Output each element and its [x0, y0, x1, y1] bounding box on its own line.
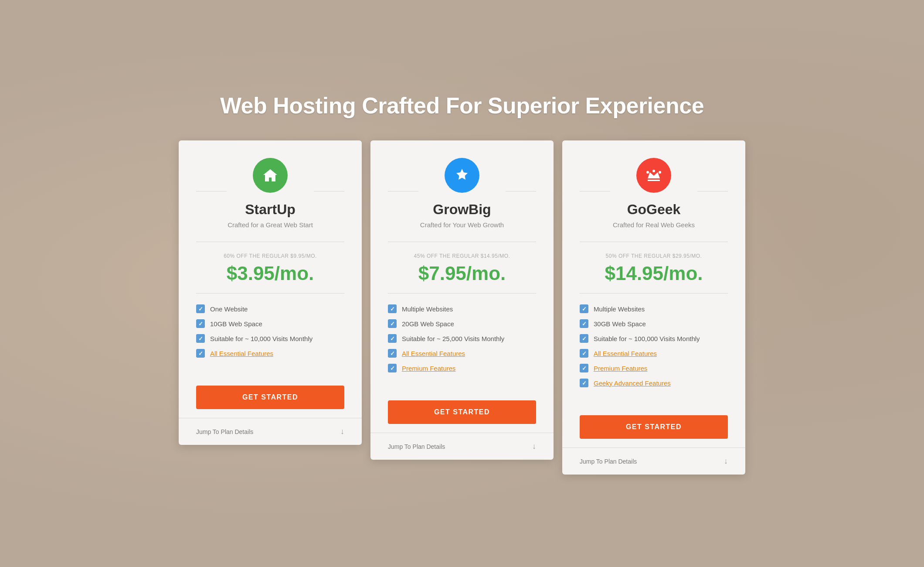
- plan-card-growbig: GrowBig Crafted for Your Web Growth 45% …: [370, 140, 554, 460]
- plan-name: GrowBig: [388, 202, 536, 218]
- plan-price: $7.95/mo.: [388, 263, 536, 284]
- feature-text-1: 30GB Web Space: [594, 320, 646, 328]
- plan-price-divider: [580, 293, 728, 294]
- feature-checkbox: [580, 364, 588, 372]
- feature-text-2: Suitable for ~ 100,000 Visits Monthly: [594, 335, 700, 342]
- plan-cta-section: GET STARTED: [562, 406, 745, 439]
- jump-to-plan[interactable]: Jump To Plan Details ↓: [179, 418, 362, 445]
- feature-checkbox: [196, 304, 205, 313]
- feature-checkbox: [580, 319, 588, 328]
- plan-discount: 45% OFF THE REGULAR $14.95/MO.: [388, 253, 536, 259]
- plan-features: Multiple Websites 30GB Web Space Suitabl…: [562, 304, 745, 406]
- feature-checkbox: [196, 319, 205, 328]
- jump-down-arrow-icon: ↓: [724, 457, 728, 466]
- feature-item: All Essential Features: [388, 349, 536, 358]
- feature-checkbox: [388, 334, 397, 343]
- plans-container: StartUp Crafted for a Great Web Start 60…: [157, 140, 767, 475]
- jump-to-plan[interactable]: Jump To Plan Details ↓: [370, 433, 554, 460]
- feature-checkbox: [580, 304, 588, 313]
- star-icon: [445, 158, 479, 193]
- feature-text-0: One Website: [210, 305, 248, 313]
- feature-checkbox: [388, 364, 397, 372]
- feature-item: Suitable for ~ 10,000 Visits Monthly: [196, 334, 344, 343]
- jump-to-plan[interactable]: Jump To Plan Details ↓: [562, 447, 745, 475]
- feature-checkbox: [388, 304, 397, 313]
- feature-text-2: Suitable for ~ 10,000 Visits Monthly: [210, 335, 313, 342]
- feature-item: 10GB Web Space: [196, 319, 344, 328]
- plan-pricing: 45% OFF THE REGULAR $14.95/MO. $7.95/mo.: [370, 242, 554, 293]
- plan-features: One Website 10GB Web Space Suitable for …: [179, 304, 362, 377]
- feature-item: Suitable for ~ 100,000 Visits Monthly: [580, 334, 728, 343]
- plan-header: GoGeek Crafted for Real Web Geeks: [562, 140, 745, 242]
- svg-point-1: [652, 170, 655, 172]
- feature-item: Premium Features: [580, 364, 728, 372]
- feature-text-2: Suitable for ~ 25,000 Visits Monthly: [402, 335, 504, 342]
- feature-item: Multiple Websites: [580, 304, 728, 313]
- plan-header: GrowBig Crafted for Your Web Growth: [370, 140, 554, 242]
- plan-card-gogeek: GoGeek Crafted for Real Web Geeks 50% OF…: [562, 140, 745, 475]
- feature-item: One Website: [196, 304, 344, 313]
- svg-point-2: [659, 171, 661, 174]
- get-started-button[interactable]: GET STARTED: [196, 386, 344, 409]
- plan-features: Multiple Websites 20GB Web Space Suitabl…: [370, 304, 554, 392]
- plan-pricing: 60% OFF THE REGULAR $9.95/MO. $3.95/mo.: [179, 242, 362, 293]
- plan-discount: 50% OFF THE REGULAR $29.95/MO.: [580, 253, 728, 259]
- plan-tagline: Crafted for a Great Web Start: [196, 221, 344, 229]
- feature-checkbox: [580, 334, 588, 343]
- jump-down-arrow-icon: ↓: [532, 442, 536, 451]
- plan-price: $3.95/mo.: [196, 263, 344, 284]
- feature-checkbox: [196, 334, 205, 343]
- plan-tagline: Crafted for Real Web Geeks: [580, 221, 728, 229]
- jump-to-plan-label: Jump To Plan Details: [388, 443, 445, 450]
- plan-discount: 60% OFF THE REGULAR $9.95/MO.: [196, 253, 344, 259]
- plan-cta-section: GET STARTED: [370, 392, 554, 424]
- feature-checkbox: [580, 349, 588, 358]
- feature-checkbox: [580, 379, 588, 387]
- feature-item: All Essential Features: [580, 349, 728, 358]
- crown-icon: [636, 158, 671, 193]
- feature-link-5[interactable]: Geeky Advanced Features: [594, 379, 671, 387]
- get-started-button[interactable]: GET STARTED: [580, 415, 728, 439]
- feature-item: Geeky Advanced Features: [580, 379, 728, 387]
- get-started-button[interactable]: GET STARTED: [388, 400, 536, 424]
- feature-text-0: Multiple Websites: [402, 305, 453, 313]
- svg-point-0: [646, 171, 649, 174]
- plan-tagline: Crafted for Your Web Growth: [388, 221, 536, 229]
- feature-checkbox: [388, 349, 397, 358]
- feature-item: Premium Features: [388, 364, 536, 372]
- plan-cta-section: GET STARTED: [179, 377, 362, 409]
- plan-card-startup: StartUp Crafted for a Great Web Start 60…: [179, 140, 362, 445]
- feature-link-4[interactable]: Premium Features: [402, 365, 455, 372]
- plan-header: StartUp Crafted for a Great Web Start: [179, 140, 362, 242]
- home-icon: [253, 158, 288, 193]
- feature-text-1: 20GB Web Space: [402, 320, 454, 328]
- plan-price-divider: [196, 293, 344, 294]
- plan-name: GoGeek: [580, 202, 728, 218]
- feature-item: Multiple Websites: [388, 304, 536, 313]
- plan-price: $14.95/mo.: [580, 263, 728, 284]
- jump-to-plan-label: Jump To Plan Details: [196, 428, 253, 435]
- feature-link-4[interactable]: Premium Features: [594, 365, 647, 372]
- plan-name: StartUp: [196, 202, 344, 218]
- feature-item: 30GB Web Space: [580, 319, 728, 328]
- feature-item: All Essential Features: [196, 349, 344, 358]
- feature-text-1: 10GB Web Space: [210, 320, 262, 328]
- feature-text-0: Multiple Websites: [594, 305, 645, 313]
- feature-link-3[interactable]: All Essential Features: [210, 350, 273, 357]
- feature-checkbox: [196, 349, 205, 358]
- feature-link-3[interactable]: All Essential Features: [594, 350, 657, 357]
- plan-price-divider: [388, 293, 536, 294]
- feature-item: Suitable for ~ 25,000 Visits Monthly: [388, 334, 536, 343]
- plan-pricing: 50% OFF THE REGULAR $29.95/MO. $14.95/mo…: [562, 242, 745, 293]
- feature-link-3[interactable]: All Essential Features: [402, 350, 465, 357]
- jump-to-plan-label: Jump To Plan Details: [580, 458, 637, 465]
- jump-down-arrow-icon: ↓: [340, 427, 344, 436]
- feature-item: 20GB Web Space: [388, 319, 536, 328]
- page-title: Web Hosting Crafted For Superior Experie…: [220, 92, 704, 119]
- feature-checkbox: [388, 319, 397, 328]
